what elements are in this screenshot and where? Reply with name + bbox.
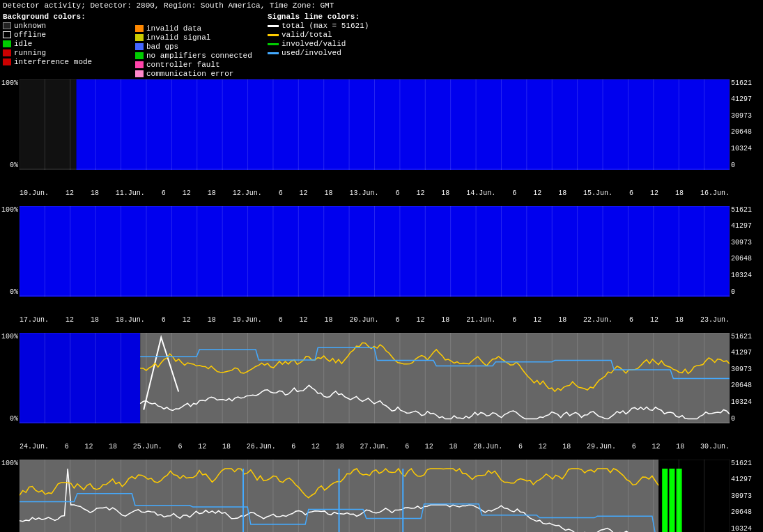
x-label: 18 xyxy=(676,443,684,451)
x-label: 27.Jun. xyxy=(360,443,389,451)
x-label: 18 xyxy=(325,189,333,197)
title: Detector activity; Detector: 2800, Regio… xyxy=(3,1,334,10)
y-axis-right-4: 51621 41297 30973 20648 10324 0 xyxy=(730,460,763,532)
legend-invalid-signal: invalid signal xyxy=(135,33,268,42)
x-label: 18 xyxy=(222,443,231,451)
x-label: 18 xyxy=(208,316,216,324)
x-label: 6 xyxy=(162,316,166,324)
x-label: 15.Jun. xyxy=(583,189,612,197)
x-label: 30.Jun. xyxy=(700,443,730,451)
signal-legend-title: Signals line colors: xyxy=(268,13,360,21)
y-axis-right-2: 51621 41297 30973 20648 10324 0 xyxy=(730,206,763,316)
x-label: 12 xyxy=(84,443,93,451)
x-label: 6 xyxy=(405,443,409,451)
y-axis-right-1: 51621 41297 30973 20648 10324 0 xyxy=(730,79,763,189)
x-label: 18 xyxy=(558,189,567,197)
chart-row-4: 100% 0% 51621 41297 30973 20648 10324 0 xyxy=(0,460,763,532)
x-label: 20.Jun. xyxy=(349,316,378,324)
x-axis-1: 10.Jun.121811.Jun.6121812.Jun.6121813.Ju… xyxy=(0,189,763,206)
x-label: 6 xyxy=(512,316,516,324)
x-label: 18 xyxy=(109,443,117,451)
x-label: 6 xyxy=(629,316,633,324)
x-axis-3: 24.Jun.6121825.Jun.6121826.Jun.6121827.J… xyxy=(0,443,763,460)
legend-no-amp: no amplifiers connected xyxy=(135,52,268,60)
x-label: 24.Jun. xyxy=(20,443,49,451)
x-label: 18 xyxy=(449,443,458,451)
chart-row-2: 100% 0% 51621 41297 30973 20648 10324 0 xyxy=(0,206,763,316)
legend-controller-fault: controller fault xyxy=(135,61,268,69)
legend-running: running xyxy=(3,49,135,57)
y-label-100: 100% xyxy=(1,79,18,87)
x-label: 10.Jun. xyxy=(20,189,49,197)
x-label: 11.Jun. xyxy=(116,189,145,197)
legend-offline: offline xyxy=(3,31,135,39)
x-label: 12 xyxy=(300,316,308,324)
x-label: 18 xyxy=(208,189,216,197)
x-label: 6 xyxy=(162,189,166,197)
x-label: 16.Jun. xyxy=(700,189,730,197)
legend-invalid-data: invalid data xyxy=(135,24,268,33)
x-label: 6 xyxy=(65,443,69,451)
x-label: 22.Jun. xyxy=(583,316,612,324)
y-axis-left-4: 100% 0% xyxy=(0,460,20,532)
legend-total: total (max = 51621) xyxy=(268,22,421,30)
x-label: 12 xyxy=(311,443,320,451)
x-label: 18 xyxy=(336,443,344,451)
x-label: 13.Jun. xyxy=(349,189,378,197)
x-label: 19.Jun. xyxy=(233,316,262,324)
x-label: 12 xyxy=(183,189,191,197)
x-label: 6 xyxy=(629,189,633,197)
charts-container: 100% 0% 51621 41297 30973 20648 10324 0 … xyxy=(0,79,763,532)
chart-canvas-3 xyxy=(20,333,730,443)
legend-bad-gps: bad gps xyxy=(135,42,268,51)
x-label: 29.Jun. xyxy=(587,443,616,451)
x-label: 23.Jun. xyxy=(700,316,730,324)
x-label: 12 xyxy=(650,316,658,324)
x-label: 26.Jun. xyxy=(247,443,276,451)
x-label: 18 xyxy=(558,316,567,324)
legend-interference: interference mode xyxy=(3,58,135,66)
chart-row-3: 100% 0% 51621 41297 30973 20648 10324 0 xyxy=(0,333,763,443)
x-label: 12 xyxy=(652,443,660,451)
x-label: 18 xyxy=(441,316,449,324)
x-label: 25.Jun. xyxy=(133,443,162,451)
x-label: 21.Jun. xyxy=(466,316,495,324)
x-label: 6 xyxy=(279,316,283,324)
x-label: 17.Jun. xyxy=(20,316,49,324)
x-label: 18 xyxy=(91,189,99,197)
x-label: 12 xyxy=(183,316,191,324)
legend-unknown: unknown xyxy=(3,22,135,30)
y-axis-left-1: 100% 0% xyxy=(0,79,20,189)
x-label: 6 xyxy=(395,316,399,324)
x-label: 12 xyxy=(416,316,424,324)
y-axis-left-3: 100% 0% xyxy=(0,333,20,443)
legend-valid-total: valid/total xyxy=(268,31,421,39)
x-label: 12 xyxy=(425,443,433,451)
legend-idle: idle xyxy=(3,40,135,48)
legend-involved-valid: involved/valid xyxy=(268,40,421,48)
x-label: 18.Jun. xyxy=(116,316,145,324)
x-label: 18 xyxy=(441,189,449,197)
x-label: 28.Jun. xyxy=(473,443,502,451)
x-label: 12 xyxy=(539,443,547,451)
header: Detector activity; Detector: 2800, Regio… xyxy=(0,0,763,79)
x-label: 6 xyxy=(178,443,183,451)
chart-row-1: 100% 0% 51621 41297 30973 20648 10324 0 xyxy=(0,79,763,189)
chart-canvas-1 xyxy=(20,79,730,189)
x-label: 14.Jun. xyxy=(466,189,495,197)
x-label: 6 xyxy=(279,189,283,197)
x-label: 6 xyxy=(632,443,636,451)
x-label: 18 xyxy=(562,443,571,451)
x-label: 6 xyxy=(291,443,295,451)
chart-canvas-4 xyxy=(20,460,730,532)
x-label: 12 xyxy=(300,189,308,197)
x-label: 12 xyxy=(198,443,206,451)
x-label: 18 xyxy=(675,189,684,197)
x-label: 12 xyxy=(416,189,424,197)
x-label: 12 xyxy=(650,189,658,197)
x-label: 18 xyxy=(675,316,684,324)
x-label: 6 xyxy=(395,189,399,197)
y-label-0: 0% xyxy=(10,162,18,169)
x-label: 12.Jun. xyxy=(233,189,262,197)
x-label: 12 xyxy=(65,316,74,324)
